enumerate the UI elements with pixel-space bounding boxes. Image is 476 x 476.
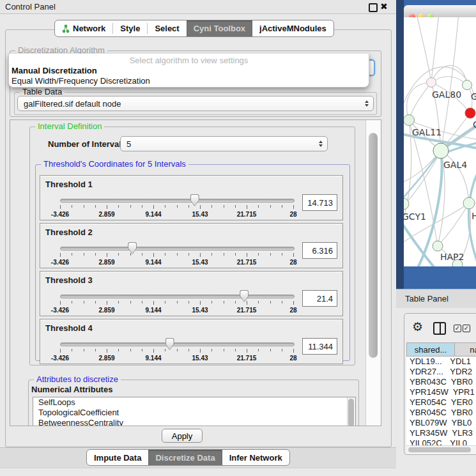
- numerical-attributes-label: Numerical Attributes: [31, 385, 112, 394]
- panel-title: Control Panel: [5, 2, 56, 12]
- slider-tick: [293, 253, 294, 257]
- attributes-list-scrollbar[interactable]: [347, 397, 355, 426]
- slider-tick: [247, 349, 247, 353]
- slider-track[interactable]: [60, 199, 295, 203]
- float-window-icon[interactable]: [369, 3, 378, 12]
- tab-impute-data[interactable]: Impute Data: [87, 450, 148, 465]
- slider-tick: [84, 205, 84, 208]
- slider-tick: [107, 253, 107, 257]
- slider-tick: [235, 301, 236, 303]
- table-data-combobox[interactable]: galFiltered.sif default node: [17, 96, 374, 111]
- table-row[interactable]: YBR045CYBR0: [406, 408, 476, 418]
- table-data-group-title: Table Data: [20, 87, 65, 96]
- slider-tick: [235, 349, 236, 351]
- attribute-item[interactable]: TopologicalCoefficient: [33, 408, 355, 418]
- slider-tick-label: 9.144: [145, 307, 161, 314]
- network-edge: [431, 65, 467, 85]
- table-row[interactable]: YPR145WYPR1: [406, 387, 476, 397]
- threshold-value-field[interactable]: 11.344: [302, 338, 337, 355]
- select-columns-checkbox-icon[interactable]: ✓: [454, 325, 461, 332]
- number-of-intervals-combobox[interactable]: 5: [120, 136, 328, 151]
- close-icon[interactable]: ✖: [380, 1, 388, 12]
- cell-name: YLR3: [447, 428, 476, 438]
- table-row[interactable]: YBR043CYBR0: [406, 377, 476, 387]
- network-canvas[interactable]: GAL80GCGAL11GAL4GCY1HHAP2: [404, 17, 476, 266]
- slider-handle[interactable]: [240, 290, 249, 302]
- gear-icon[interactable]: ⚙: [412, 321, 423, 333]
- slider-tick: [118, 205, 119, 208]
- cyni-mode-tabs: Impute DataDiscretize DataInfer Network: [86, 449, 290, 466]
- cell-name: YDR2: [445, 367, 476, 377]
- slider-tick: [235, 205, 236, 208]
- tab-style[interactable]: Style: [113, 20, 147, 36]
- table-row[interactable]: YER054CYER0: [406, 397, 476, 408]
- slider-track[interactable]: [60, 342, 295, 346]
- tab-select[interactable]: Select: [148, 20, 186, 36]
- network-node[interactable]: [463, 81, 472, 90]
- tab-cyni-toolbox[interactable]: Cyni Toolbox: [187, 20, 252, 36]
- table-row[interactable]: YIL052CYIL0: [406, 438, 476, 445]
- numerical-attributes-list[interactable]: SelfLoopsTopologicalCoefficientBetweenne…: [33, 397, 356, 426]
- tab-discretize-data[interactable]: Discretize Data: [148, 450, 222, 465]
- tab-label: Style: [120, 24, 140, 33]
- slider-tick: [72, 301, 72, 303]
- slider-tick: [188, 301, 189, 303]
- slider-tick: [224, 349, 224, 351]
- table-row[interactable]: YDL19...YDL1: [406, 357, 476, 367]
- slider-tick: [118, 349, 119, 351]
- slider-tick: [177, 253, 178, 256]
- cell-shared-name: YDL19...: [406, 357, 445, 367]
- network-node[interactable]: [427, 78, 436, 88]
- slider-tick: [142, 253, 142, 256]
- apply-button[interactable]: Apply: [162, 429, 203, 443]
- interval-definition-title: Interval Definition: [35, 121, 104, 131]
- select-all-checkbox-icon[interactable]: ✓: [463, 325, 470, 332]
- dropdown-option-equal-width-frequency[interactable]: Equal Width/Frequency Discretization: [9, 76, 369, 86]
- network-node[interactable]: [465, 108, 475, 118]
- network-node[interactable]: [463, 197, 475, 209]
- network-node[interactable]: [433, 241, 443, 251]
- tab-network[interactable]: Network: [55, 20, 112, 36]
- slider-tick: [165, 301, 165, 303]
- slider-track[interactable]: [60, 247, 295, 250]
- slider-handle[interactable]: [190, 194, 199, 206]
- slider-tick: [211, 205, 212, 208]
- slider-tick: [84, 253, 84, 256]
- network-node[interactable]: [433, 143, 449, 158]
- table-horizontal-scrollbar[interactable]: [406, 445, 476, 454]
- slider-track[interactable]: [60, 295, 295, 298]
- slider-tick: [282, 349, 282, 351]
- network-node[interactable]: [404, 198, 409, 210]
- threshold-value-field[interactable]: 14.713: [302, 194, 337, 211]
- threshold-value-field[interactable]: 6.316: [302, 242, 337, 259]
- cell-name: YBR0: [447, 377, 476, 387]
- split-columns-icon[interactable]: [433, 322, 446, 335]
- tab-label: Discretize Data: [155, 453, 215, 463]
- slider-tick: [95, 253, 96, 256]
- cell-shared-name: YIL052C: [406, 438, 445, 445]
- threshold-value-field[interactable]: 21.4: [302, 290, 337, 307]
- attribute-item[interactable]: SelfLoops: [33, 397, 355, 408]
- tab-infer-network[interactable]: Infer Network: [222, 450, 289, 465]
- tab-jactivemnodules[interactable]: jActiveMNodules: [252, 20, 334, 36]
- slider-tick: [142, 205, 142, 208]
- slider-handle[interactable]: [128, 242, 137, 254]
- slider-tick-label: -3.426: [51, 355, 69, 362]
- table-row[interactable]: YBL079WYBL0: [406, 418, 476, 428]
- slider-tick: [188, 253, 189, 256]
- table-row[interactable]: YDR27...YDR2: [406, 367, 476, 377]
- network-node[interactable]: [404, 115, 415, 126]
- settings-vertical-scrollbar[interactable]: [365, 120, 381, 426]
- dropdown-option-manual-discretization[interactable]: Manual Discretization: [9, 66, 369, 76]
- threshold-4-row: Threshold 4-3.4262.8599.14415.4321.71528…: [40, 319, 343, 364]
- attribute-item[interactable]: BetweennessCentrality: [33, 418, 355, 426]
- slider-tick: [258, 205, 259, 208]
- slider-tick-label: 28: [289, 211, 296, 218]
- slider-tick: [130, 253, 131, 256]
- column-header-name[interactable]: na: [455, 342, 476, 357]
- interval-definition-group: Interval Definition Number of Intervals …: [29, 127, 355, 365]
- slider-tick: [282, 205, 282, 208]
- table-row[interactable]: YLR345WYLR3: [406, 428, 476, 438]
- slider-handle[interactable]: [165, 338, 174, 350]
- column-header-shared-name[interactable]: shared...: [406, 342, 455, 357]
